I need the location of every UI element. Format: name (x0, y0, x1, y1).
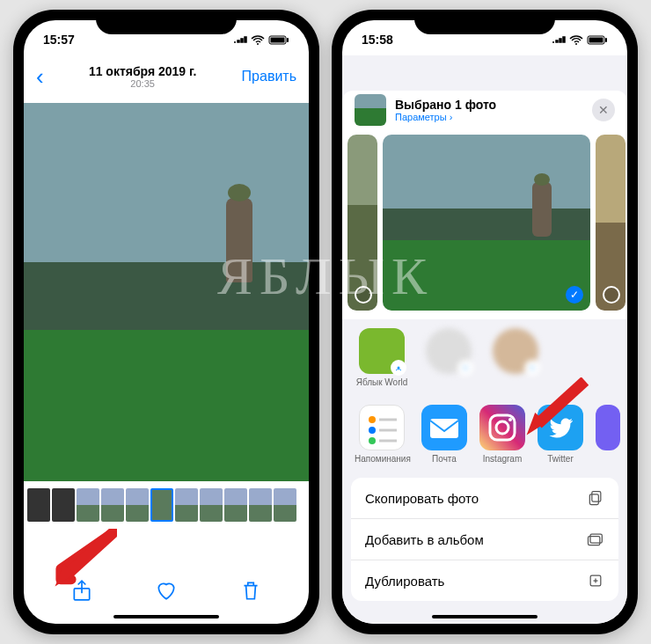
action-add-to-album[interactable]: Добавить в альбом (351, 519, 618, 560)
selection-empty[interactable] (603, 286, 620, 304)
sheet-header: Выбрано 1 фото Параметры › ✕ (342, 91, 627, 135)
svg-point-12 (464, 367, 467, 370)
share-app-more[interactable] (596, 405, 620, 464)
duplicate-icon (587, 572, 604, 589)
photo-content (532, 182, 552, 237)
action-copy-photo[interactable]: Скопировать фото (351, 478, 618, 519)
airdrop-contact[interactable] (421, 328, 476, 387)
thumbnail[interactable] (224, 488, 247, 522)
reminders-icon (359, 405, 405, 450)
thumbnail[interactable] (175, 488, 198, 522)
airdrop-contact[interactable] (488, 328, 543, 387)
svg-rect-3 (287, 38, 289, 42)
airdrop-row: Яблык World (342, 319, 627, 396)
apps-row: Напоминания Почта Instagram (342, 396, 627, 472)
contact-avatar (359, 328, 405, 374)
back-button[interactable]: ‹ (36, 63, 44, 91)
airdrop-badge-icon (391, 360, 406, 376)
thumbnail[interactable] (77, 488, 99, 522)
thumbnail-strip[interactable] (24, 487, 309, 523)
share-app-twitter[interactable]: Twitter (538, 405, 583, 464)
screen-photos: 15:57 ‹ 11 октября 2019 г. 20:35 Править (24, 20, 309, 624)
svg-rect-10 (605, 38, 607, 42)
app-label: Instagram (479, 454, 525, 464)
app-label: Почта (421, 454, 467, 464)
viber-icon (596, 405, 620, 450)
nav-date: 11 октября 2019 г. (89, 64, 196, 78)
share-sheet: Выбрано 1 фото Параметры › ✕ ✓ (342, 55, 627, 624)
share-app-instagram[interactable]: Instagram (479, 405, 525, 464)
thumbnail[interactable] (249, 488, 272, 522)
contact-avatar (493, 328, 538, 374)
thumbnail[interactable] (101, 488, 124, 522)
action-label: Добавить в альбом (365, 532, 484, 547)
contact-avatar (426, 328, 472, 374)
svg-point-23 (508, 418, 512, 421)
share-button[interactable] (70, 579, 93, 605)
svg-point-16 (369, 437, 376, 444)
svg-point-0 (257, 43, 259, 45)
close-button[interactable]: ✕ (592, 99, 615, 121)
thumbnail[interactable] (274, 488, 296, 522)
screen-share-sheet: 15:58 Выбрано 1 фото Параметры › ✕ (342, 20, 627, 624)
thumbnail-active[interactable] (150, 488, 173, 522)
photo-previews: ✓ (342, 135, 627, 319)
selection-empty[interactable] (355, 286, 372, 304)
home-indicator[interactable] (113, 615, 219, 618)
actions-list: Скопировать фото Добавить в альбом Дубли… (351, 478, 618, 601)
thumbnail[interactable] (200, 488, 223, 522)
close-icon: ✕ (598, 103, 609, 117)
svg-point-15 (369, 427, 376, 434)
action-label: Дублировать (365, 574, 444, 589)
preview-next[interactable] (596, 135, 625, 311)
delete-button[interactable] (239, 579, 262, 605)
twitter-icon (538, 405, 583, 450)
wifi-icon (569, 35, 583, 45)
status-time: 15:58 (362, 33, 393, 47)
share-app-mail[interactable]: Почта (421, 405, 467, 464)
svg-rect-24 (592, 492, 601, 502)
album-icon (585, 531, 604, 548)
thumbnail[interactable] (126, 488, 149, 522)
edit-button[interactable]: Править (242, 69, 296, 84)
status-time: 15:57 (43, 33, 75, 47)
selection-checked[interactable]: ✓ (566, 286, 583, 304)
photo-viewer[interactable] (24, 103, 309, 481)
phone-left: 15:57 ‹ 11 октября 2019 г. 20:35 Править (13, 10, 319, 634)
svg-point-22 (496, 421, 508, 434)
sheet-title: Выбрано 1 фото (395, 98, 496, 112)
nav-title: 11 октября 2019 г. 20:35 (89, 64, 196, 89)
share-icon (70, 579, 93, 602)
home-indicator[interactable] (432, 615, 538, 618)
airdrop-contact[interactable]: Яблык World (355, 328, 409, 387)
copy-icon (587, 489, 604, 507)
battery-icon (268, 35, 289, 45)
favorite-button[interactable] (155, 579, 178, 605)
preview-prev[interactable] (347, 135, 377, 311)
nav-bar: ‹ 11 октября 2019 г. 20:35 Править (24, 55, 309, 98)
preview-selected[interactable]: ✓ (383, 135, 590, 311)
status-icons (233, 35, 289, 45)
phone-right: 15:58 Выбрано 1 фото Параметры › ✕ (332, 10, 638, 634)
notch (96, 10, 237, 34)
svg-point-11 (398, 367, 400, 370)
app-label: Twitter (538, 454, 583, 464)
svg-rect-25 (589, 494, 598, 505)
trash-icon (239, 579, 262, 602)
notch (414, 10, 555, 34)
thumbnail[interactable] (27, 488, 50, 522)
svg-point-13 (531, 367, 534, 370)
svg-rect-20 (430, 419, 458, 438)
airdrop-badge-icon (524, 360, 540, 376)
cellular-icon (233, 35, 247, 44)
mail-icon (421, 405, 467, 450)
heart-icon (155, 579, 178, 602)
svg-rect-9 (589, 37, 603, 42)
sheet-options-link[interactable]: Параметры › (395, 112, 496, 122)
sheet-thumbnail (355, 94, 386, 126)
thumbnail[interactable] (52, 488, 75, 522)
action-duplicate[interactable]: Дублировать (351, 560, 618, 601)
share-app-reminders[interactable]: Напоминания (355, 405, 409, 464)
status-icons (552, 35, 608, 45)
battery-icon (587, 35, 608, 45)
